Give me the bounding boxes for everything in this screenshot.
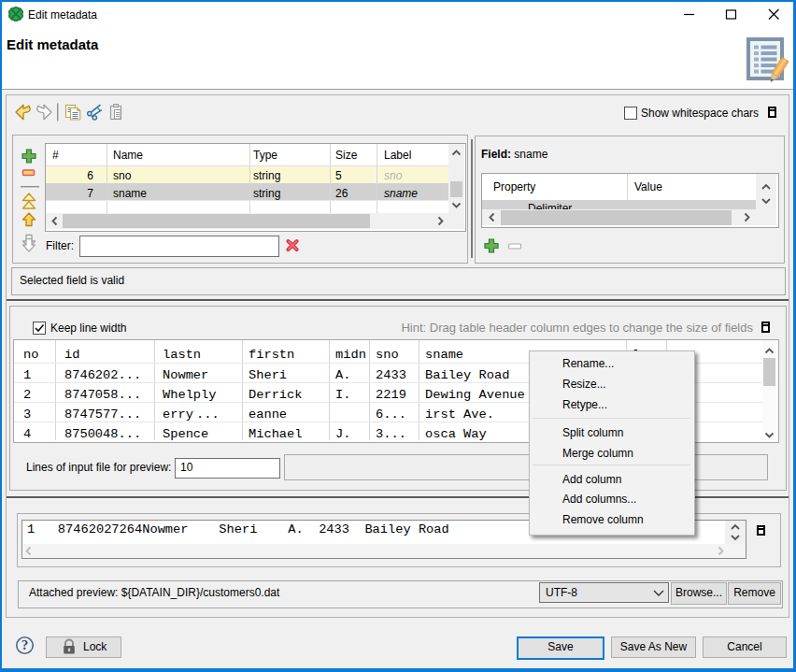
svg-text:?: ?: [21, 637, 28, 652]
